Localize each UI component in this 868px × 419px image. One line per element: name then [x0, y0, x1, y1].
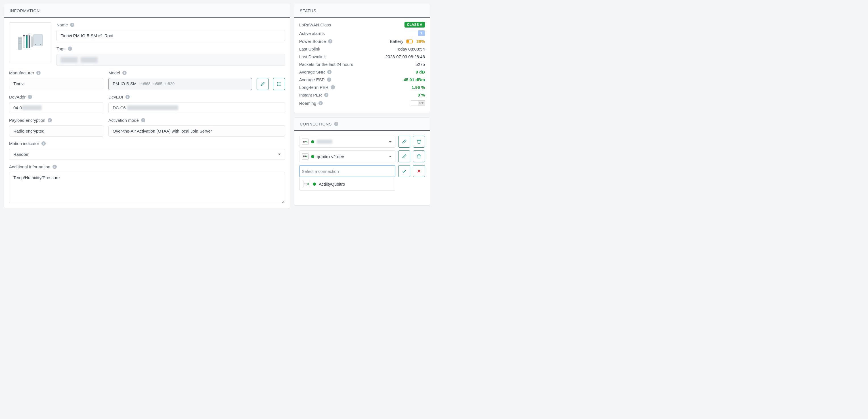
device-image	[9, 23, 51, 63]
devaddr-display: 04-0XXXXXXX	[9, 102, 103, 113]
info-icon[interactable]: i	[318, 101, 323, 105]
class-badge: CLASS A	[404, 22, 425, 28]
info-icon[interactable]: i	[328, 39, 332, 43]
info-icon[interactable]: i	[324, 93, 329, 97]
status-lper-v: 1.96 %	[411, 85, 425, 90]
status-esp-v: -45.01 dBm	[402, 77, 425, 82]
status-uplink-k: Last Uplink	[299, 47, 320, 51]
power-source-value: Battery	[390, 39, 403, 44]
activation-label: Activation mode	[108, 118, 139, 123]
connection-select-new[interactable]: Select a connection TPX ActilityQubitro	[299, 165, 395, 177]
caret-down-icon	[389, 141, 392, 143]
connection-option[interactable]: TPX ActilityQubitro	[300, 179, 395, 189]
info-icon[interactable]: i	[68, 47, 72, 51]
motion-label: Motion indicator	[9, 141, 39, 146]
svg-rect-8	[23, 36, 25, 48]
devaddr-label: DevAddr	[9, 94, 26, 99]
info-icon[interactable]: i	[48, 118, 52, 122]
status-class-k: LoRaWAN Class	[299, 23, 331, 27]
info-icon[interactable]: i	[334, 122, 338, 126]
svg-rect-0	[33, 34, 42, 46]
svg-rect-12	[23, 35, 25, 36]
status-packets-v: 5275	[415, 62, 425, 67]
status-roaming-k: Roaming	[299, 101, 316, 106]
motion-value: Random	[13, 152, 30, 157]
payload-enc-display	[9, 125, 103, 137]
tpx-icon: TPX	[302, 153, 309, 159]
model-label: Model	[108, 70, 120, 75]
svg-rect-22	[407, 40, 409, 42]
status-uplink-v: Today 08:08:54	[396, 47, 425, 51]
additional-textarea[interactable]: Temp/Humidity/Pressure	[9, 172, 285, 203]
model-regions: eu868, in865, kr920	[140, 82, 175, 86]
list-model-button[interactable]	[273, 78, 285, 90]
connection-2-name: qubitro-v2-dev	[317, 154, 344, 159]
status-iper-v: 0 %	[417, 93, 425, 97]
status-downlink-k: Last Downlink	[299, 54, 326, 59]
info-icon[interactable]: i	[28, 95, 32, 99]
info-icon[interactable]: i	[122, 71, 127, 75]
svg-point-1	[35, 44, 36, 45]
info-icon[interactable]: i	[141, 118, 145, 122]
status-packets-k: Packets for the last 24 hours	[299, 62, 353, 67]
info-icon[interactable]: i	[125, 95, 130, 99]
status-downlink-v: 2023-07-03 08:28:46	[385, 54, 425, 59]
info-icon[interactable]: i	[331, 85, 335, 89]
svg-rect-23	[413, 40, 413, 42]
status-alarms-k: Active alarms	[299, 31, 325, 36]
tags-input[interactable]	[57, 54, 285, 66]
info-icon[interactable]: i	[327, 70, 332, 74]
confirm-connection-button[interactable]	[398, 165, 410, 177]
model-value: PM-IO-5-SM	[113, 81, 136, 86]
model-display: PM-IO-5-SM eu868, in865, kr920	[108, 78, 252, 90]
manufacturer-input[interactable]	[9, 78, 103, 89]
tpx-icon: TPX	[303, 181, 310, 187]
delete-connection-button[interactable]	[413, 150, 425, 162]
info-icon[interactable]: i	[327, 78, 331, 82]
cancel-connection-button[interactable]	[413, 165, 425, 177]
svg-rect-10	[29, 35, 30, 48]
battery-icon	[406, 39, 413, 43]
additional-label: Additional Information	[9, 164, 50, 169]
status-esp-k: Average ESP	[299, 77, 325, 82]
status-snr-k: Average SNR	[299, 69, 325, 74]
info-icon[interactable]: i	[70, 23, 74, 27]
svg-point-2	[40, 44, 41, 45]
status-snr-v: 9 dB	[415, 69, 425, 74]
svg-rect-14	[29, 33, 30, 35]
info-icon[interactable]: i	[53, 164, 57, 169]
deveui-display: DC-C6-XXXXXXXXXXXXXXXXXX	[108, 102, 285, 113]
information-title: INFORMATION	[10, 8, 40, 13]
svg-rect-13	[26, 35, 28, 36]
svg-point-19	[277, 84, 278, 84]
name-input[interactable]	[57, 30, 285, 41]
svg-point-20	[277, 85, 278, 86]
name-label: Name	[57, 23, 68, 27]
status-title: STATUS	[300, 8, 316, 13]
information-header: INFORMATION	[4, 4, 290, 18]
edit-connection-button[interactable]	[398, 136, 410, 148]
status-header: STATUS	[294, 4, 430, 18]
status-power-k: Power Source	[299, 39, 326, 44]
caret-down-icon	[389, 156, 392, 157]
connection-new-placeholder: Select a connection	[302, 169, 339, 174]
motion-select[interactable]: Random	[9, 149, 285, 160]
info-icon[interactable]: i	[36, 71, 40, 75]
caret-down-icon	[278, 154, 281, 155]
roaming-off-label: OFF	[418, 100, 425, 106]
delete-connection-button[interactable]	[413, 136, 425, 148]
edit-model-button[interactable]	[257, 78, 269, 90]
connection-select-1[interactable]: TPX	[299, 136, 395, 148]
manufacturer-label: Manufacturer	[9, 70, 34, 75]
status-dot-icon	[311, 140, 314, 143]
info-icon[interactable]: i	[41, 141, 46, 146]
roaming-toggle[interactable]: OFF	[411, 100, 425, 106]
status-dot-icon	[313, 182, 316, 186]
devaddr-prefix: 04-0	[13, 105, 22, 110]
status-lper-k: Long-term PER	[299, 85, 329, 90]
alarms-badge[interactable]: 1	[418, 30, 425, 36]
connection-select-2[interactable]: TPX qubitro-v2-dev	[299, 150, 395, 162]
connections-title: CONNECTIONS	[300, 122, 332, 126]
connection-option-name: ActilityQubitro	[319, 182, 345, 186]
edit-connection-button[interactable]	[398, 150, 410, 162]
